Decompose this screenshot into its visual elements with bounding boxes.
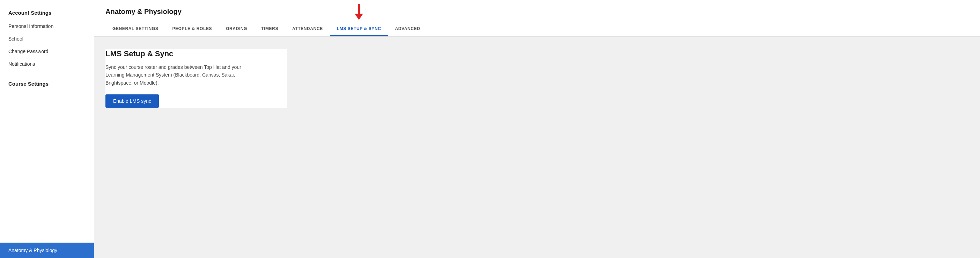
course-title: Anatomy & Physiology [105, 8, 969, 16]
arrow-head [355, 14, 363, 20]
enable-lms-sync-button[interactable]: Enable LMS sync [105, 95, 159, 108]
tab-lms-wrapper: LMS SETUP & SYNC [330, 22, 388, 36]
lms-section-title: LMS Setup & Sync [105, 49, 287, 58]
tab-lms-setup-sync[interactable]: LMS SETUP & SYNC [330, 22, 388, 36]
arrow-shaft [358, 4, 360, 14]
tab-people-roles[interactable]: PEOPLE & ROLES [165, 22, 219, 36]
tab-attendance[interactable]: ATTENDANCE [285, 22, 330, 36]
account-settings-heading: Account Settings [0, 10, 94, 20]
course-settings-heading: Course Settings [0, 77, 94, 91]
sidebar-item-change-password[interactable]: Change Password [0, 45, 94, 58]
red-arrow-indicator [355, 4, 363, 20]
sidebar: Account Settings Personal Information Sc… [0, 0, 94, 258]
sidebar-item-personal-information[interactable]: Personal Information [0, 20, 94, 32]
tabs-bar: GENERAL SETTINGS PEOPLE & ROLES GRADING … [105, 22, 969, 36]
sidebar-divider [0, 70, 94, 77]
tab-grading[interactable]: GRADING [219, 22, 254, 36]
main-header: Anatomy & Physiology GENERAL SETTINGS PE… [94, 0, 980, 37]
content-area: LMS Setup & Sync Sync your course roster… [94, 37, 980, 258]
sidebar-item-anatomy-physiology[interactable]: Anatomy & Physiology [0, 243, 94, 258]
sidebar-item-school[interactable]: School [0, 32, 94, 45]
tab-timers[interactable]: TIMERS [254, 22, 285, 36]
sidebar-spacer [0, 91, 94, 243]
sidebar-item-notifications[interactable]: Notifications [0, 58, 94, 70]
lms-description: Sync your course roster and grades betwe… [105, 63, 252, 87]
main-content: Anatomy & Physiology GENERAL SETTINGS PE… [94, 0, 980, 258]
lms-card: LMS Setup & Sync Sync your course roster… [105, 49, 287, 108]
tab-advanced[interactable]: ADVANCED [388, 22, 427, 36]
tab-general-settings[interactable]: GENERAL SETTINGS [105, 22, 165, 36]
